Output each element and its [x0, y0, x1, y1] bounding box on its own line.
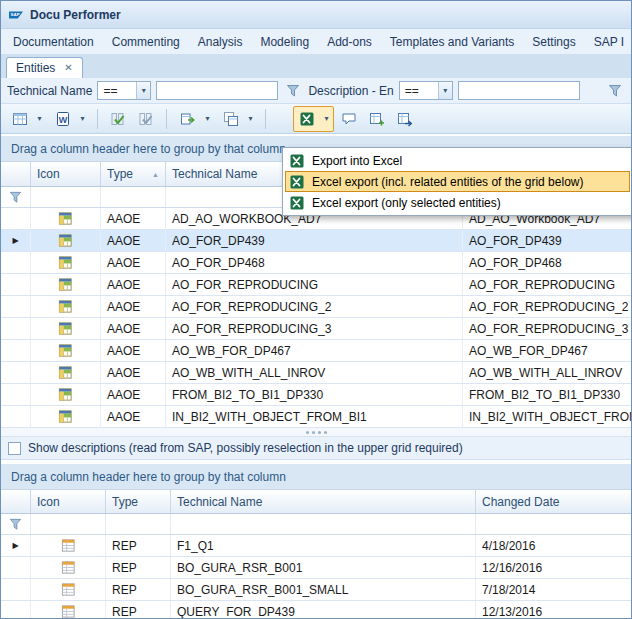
technical-name-cell: AO_FOR_REPRODUCING_3: [166, 318, 463, 339]
menu-item-label: Excel export (only selected entities): [312, 196, 501, 210]
table-row[interactable]: AAOE AO_FOR_REPRODUCING_2 AO_FOR_REPRODU…: [1, 296, 631, 318]
filter-options-button[interactable]: [283, 81, 303, 101]
close-icon[interactable]: ✕: [64, 63, 72, 73]
table-row[interactable]: AAOE AO_FOR_REPRODUCING_3 AO_FOR_REPRODU…: [1, 318, 631, 340]
chevron-down-icon[interactable]: ▾: [33, 107, 46, 131]
table-row[interactable]: REP BO_GURA_RSR_B001_SMALL 7/18/2014: [1, 579, 631, 601]
header-indicator-cell: [1, 490, 31, 513]
table-row[interactable]: REP QUERY_FOR_DP439 12/13/2016: [1, 601, 631, 619]
report-grid-button[interactable]: [7, 107, 33, 131]
table-row[interactable]: AAOE AO_WB_WITH_ALL_INROV AO_WB_WITH_ALL…: [1, 362, 631, 384]
compare-structures-button[interactable]: [105, 107, 131, 131]
excel-export-button[interactable]: [294, 107, 320, 131]
comment-bubble-icon: [341, 111, 357, 127]
description-cell: AO_FOR_REPRODUCING_2: [463, 296, 631, 317]
menu-item-settings[interactable]: Settings: [523, 32, 584, 52]
type-cell: AAOE: [101, 406, 166, 427]
menu-item-excel-export-incl-related[interactable]: Excel export (incl. related entities of …: [285, 171, 630, 192]
filter-button[interactable]: [605, 81, 625, 101]
column-header-technical-name[interactable]: Technical Name: [171, 490, 476, 513]
technical-name-cell: IN_BI2_WITH_OBJECT_FROM_BI1: [166, 406, 463, 427]
changed-date-cell: 12/13/2016: [476, 601, 631, 619]
table-row[interactable]: AAOE AO_FOR_DP468 AO_FOR_DP468: [1, 252, 631, 274]
export-copy-button[interactable]: [218, 107, 244, 131]
column-header-type[interactable]: Type: [106, 490, 171, 513]
comments-button[interactable]: [336, 107, 362, 131]
toolbar-separator: [166, 109, 167, 129]
report-button-group: ▾: [6, 106, 47, 132]
export-related-button[interactable]: [175, 107, 201, 131]
type-cell: AAOE: [101, 384, 166, 405]
excel-icon: [299, 111, 315, 127]
menu-item-excel-export-only-selected[interactable]: Excel export (only selected entities): [285, 192, 630, 213]
table-row[interactable]: AAOE IN_BI2_WITH_OBJECT_FROM_BI1 IN_BI2_…: [1, 406, 631, 428]
description-filter-input[interactable]: [458, 81, 580, 100]
description-cell: FROM_BI2_TO_BI1_DP330: [463, 384, 631, 405]
technical-name-cell: FROM_BI2_TO_BI1_DP330: [166, 384, 463, 405]
type-cell: AAOE: [101, 252, 166, 273]
chevron-down-icon[interactable]: ▾: [201, 107, 214, 131]
sort-asc-icon: ▲: [152, 171, 159, 178]
technical-name-cell: F1_Q1: [171, 535, 476, 556]
grip-dots-icon: [306, 431, 309, 434]
menu-item-commenting[interactable]: Commenting: [103, 32, 189, 52]
word-export-button[interactable]: [50, 107, 76, 131]
technical-name-operator-combo[interactable]: == ▾: [97, 81, 151, 100]
menu-item-analysis[interactable]: Analysis: [189, 32, 252, 52]
chevron-down-icon[interactable]: ▾: [244, 107, 257, 131]
changed-date-cell: 7/18/2014: [476, 579, 631, 600]
filter-cell[interactable]: [106, 514, 171, 534]
table-row[interactable]: REP BO_GURA_RSR_B001 12/16/2016: [1, 557, 631, 579]
compare-versions-button[interactable]: [133, 107, 159, 131]
row-indicator: [1, 384, 31, 405]
menu-item-label: Export into Excel: [312, 154, 402, 168]
menu-item-documentation[interactable]: Documentation: [4, 32, 103, 52]
changed-date-cell: 12/16/2016: [476, 557, 631, 578]
table-forward-button[interactable]: [392, 107, 418, 131]
group-by-hint: Drag a column header here to group by th…: [1, 464, 631, 490]
workbook-icon: [31, 274, 101, 295]
filter-cell[interactable]: [31, 187, 101, 207]
show-descriptions-checkbox[interactable]: [8, 442, 21, 455]
chevron-down-icon[interactable]: ▾: [76, 107, 89, 131]
description-operator-combo[interactable]: == ▾: [399, 81, 453, 100]
column-header-icon[interactable]: Icon: [31, 162, 101, 186]
table-row[interactable]: ▶ REP F1_Q1 4/18/2016: [1, 535, 631, 557]
filter-cell[interactable]: [171, 514, 476, 534]
chevron-down-icon[interactable]: ▾: [438, 82, 452, 99]
auto-filter-row[interactable]: [1, 514, 631, 535]
description-filter-label: Description - En: [308, 84, 393, 98]
menu-item-templates-and-variants[interactable]: Templates and Variants: [381, 32, 524, 52]
technical-name-filter-input[interactable]: [156, 81, 278, 100]
table-row[interactable]: AAOE AO_WB_FOR_DP467 AO_WB_FOR_DP467: [1, 340, 631, 362]
tab-entities[interactable]: Entities ✕: [6, 57, 83, 78]
filter-bar: Technical Name == ▾ Description - En == …: [1, 78, 631, 104]
splitter-handle[interactable]: [1, 428, 631, 437]
window-title: Docu Performer: [30, 8, 121, 22]
menu-item-export-into-excel[interactable]: Export into Excel: [285, 150, 630, 171]
table-add-button[interactable]: [364, 107, 390, 131]
table-row[interactable]: AAOE AO_FOR_REPRODUCING AO_FOR_REPRODUCI…: [1, 274, 631, 296]
column-header-icon[interactable]: Icon: [31, 490, 106, 513]
technical-name-cell: AO_FOR_REPRODUCING_2: [166, 296, 463, 317]
sap-logo-icon: [8, 7, 24, 23]
type-cell: AAOE: [101, 274, 166, 295]
column-header-changed-date[interactable]: Changed Date: [476, 490, 631, 513]
menu-item-add-ons[interactable]: Add-ons: [318, 32, 381, 52]
toolbar-separator: [265, 109, 266, 129]
column-header-type[interactable]: Type ▲: [101, 162, 166, 186]
filter-cell[interactable]: [101, 187, 166, 207]
table-row[interactable]: AAOE FROM_BI2_TO_BI1_DP330 FROM_BI2_TO_B…: [1, 384, 631, 406]
chevron-down-icon[interactable]: ▾: [136, 82, 150, 99]
chevron-down-icon[interactable]: ▾: [320, 107, 333, 131]
filter-cell[interactable]: [476, 514, 631, 534]
report-icon: [31, 579, 106, 600]
menu-item-sap[interactable]: SAP I: [585, 32, 632, 52]
technical-name-filter-label: Technical Name: [7, 84, 92, 98]
filter-cell[interactable]: [31, 514, 106, 534]
description-cell: AO_WB_FOR_DP467: [463, 340, 631, 361]
workbook-icon: [31, 362, 101, 383]
type-cell: AAOE: [101, 208, 166, 229]
menu-item-modeling[interactable]: Modeling: [251, 32, 318, 52]
table-row[interactable]: ▶ AAOE AO_FOR_DP439 AO_FOR_DP439: [1, 230, 631, 252]
